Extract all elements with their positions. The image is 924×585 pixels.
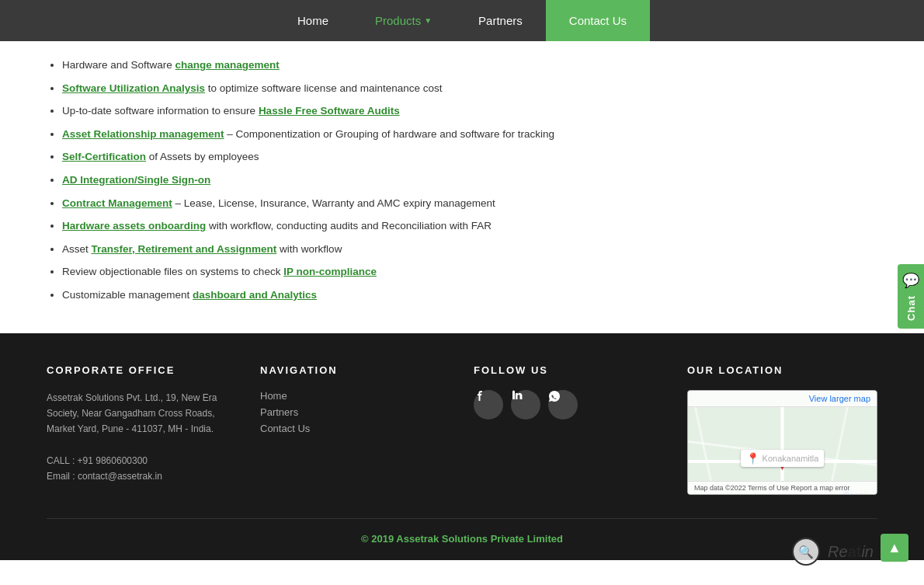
nav-item-partners[interactable]: Partners	[455, 0, 546, 41]
change-management-link[interactable]: change management	[175, 59, 280, 71]
footer-location: OUR LOCATION View larger map	[687, 364, 877, 495]
list-item: Customizable management dashboard and An…	[62, 287, 877, 304]
hassle-free-link[interactable]: Hassle Free Software Audits	[259, 105, 400, 117]
main-nav: Home Products ▼ Partners Contact Us	[0, 0, 924, 41]
footer-copyright: © 2019 Assetrak Solutions Private Limite…	[47, 518, 877, 545]
linkedin-icon[interactable]	[511, 390, 540, 420]
list-item: AD Integration/Single Sign-on	[62, 172, 877, 189]
whatsapp-icon[interactable]	[548, 390, 578, 420]
footer-follow: FOLLOW US	[474, 364, 664, 495]
footer-nav-contact[interactable]: Contact Us	[260, 423, 450, 434]
map-bottom-bar: Map data ©2022 Terms of Use Report a map…	[688, 481, 877, 494]
chat-widget[interactable]: 💬 Chat	[898, 264, 924, 329]
map-location-label: 📍 Konakanamitla	[741, 450, 825, 467]
list-item: Asset Relationship management – Componen…	[62, 126, 877, 143]
bottom-right-icons: 🔍 Reatin	[792, 538, 874, 560]
map-pin-icon: 📍	[746, 452, 759, 465]
features-list: Hardware and Software change management …	[47, 57, 877, 304]
map-container[interactable]: View larger map	[687, 390, 877, 495]
transfer-retirement-link[interactable]: Transfer, Retirement and Assignment	[92, 243, 277, 255]
nav-item-contact[interactable]: Contact Us	[546, 0, 650, 41]
list-item: Contract Management – Lease, License, In…	[62, 195, 877, 212]
asset-relationship-link[interactable]: Asset Relationship management	[62, 128, 224, 140]
footer: CORPORATE OFFICE Assetrak Solutions Pvt.…	[0, 333, 924, 560]
nav-link-products[interactable]: Products ▼	[352, 0, 455, 41]
scroll-to-top-button[interactable]: ▲	[881, 534, 908, 560]
nav-link-contact[interactable]: Contact Us	[546, 0, 650, 41]
hardware-onboarding-link[interactable]: Hardware assets onboarding	[62, 220, 206, 232]
list-item: Self-Certification of Assets by employee…	[62, 148, 877, 165]
list-item: Hardware assets onboarding with workflow…	[62, 218, 877, 235]
list-item: Software Utilization Analysis to optimiz…	[62, 80, 877, 97]
list-item: Review objectionable files on systems to…	[62, 263, 877, 280]
list-item: Asset Transfer, Retirement and Assignmen…	[62, 241, 877, 258]
facebook-icon[interactable]	[474, 390, 503, 420]
location-heading: OUR LOCATION	[687, 364, 877, 376]
products-dropdown-arrow: ▼	[424, 0, 432, 41]
footer-corporate: CORPORATE OFFICE Assetrak Solutions Pvt.…	[47, 364, 237, 495]
footer-nav-partners[interactable]: Partners	[260, 406, 450, 418]
chat-label: Chat	[905, 295, 917, 321]
navigation-heading: NAVIGATION	[260, 364, 450, 376]
nav-link-partners[interactable]: Partners	[455, 0, 546, 41]
software-utilization-link[interactable]: Software Utilization Analysis	[62, 82, 205, 94]
chat-bubble-icon: 💬	[902, 272, 919, 289]
corporate-heading: CORPORATE OFFICE	[47, 364, 237, 376]
nav-link-home[interactable]: Home	[274, 0, 352, 41]
corporate-address: Assetrak Solutions Pvt. Ltd., 19, New Er…	[47, 390, 237, 485]
nav-item-products[interactable]: Products ▼	[352, 0, 455, 41]
ip-compliance-link[interactable]: IP non-compliance	[283, 266, 377, 277]
contract-management-link[interactable]: Contract Management	[62, 197, 172, 209]
dashboard-analytics-link[interactable]: dashboard and Analytics	[193, 289, 317, 301]
ad-integration-link[interactable]: AD Integration/Single Sign-on	[62, 174, 210, 186]
nav-item-home[interactable]: Home	[274, 0, 352, 41]
follow-heading: FOLLOW US	[474, 364, 664, 376]
main-content: Hardware and Software change management …	[0, 41, 924, 333]
footer-grid: CORPORATE OFFICE Assetrak Solutions Pvt.…	[47, 364, 877, 495]
footer-nav-home[interactable]: Home	[260, 390, 450, 402]
reatin-label: Reatin	[828, 543, 874, 560]
list-item: Up-to-date software information to ensur…	[62, 103, 877, 120]
search-icon[interactable]: 🔍	[792, 538, 820, 560]
social-icons-container	[474, 390, 664, 424]
footer-navigation: NAVIGATION Home Partners Contact Us	[260, 364, 450, 495]
view-larger-map-link[interactable]: View larger map	[809, 394, 870, 403]
map-top-bar: View larger map	[688, 391, 877, 407]
self-certification-link[interactable]: Self-Certification	[62, 151, 146, 162]
list-item: Hardware and Software change management	[62, 57, 877, 74]
